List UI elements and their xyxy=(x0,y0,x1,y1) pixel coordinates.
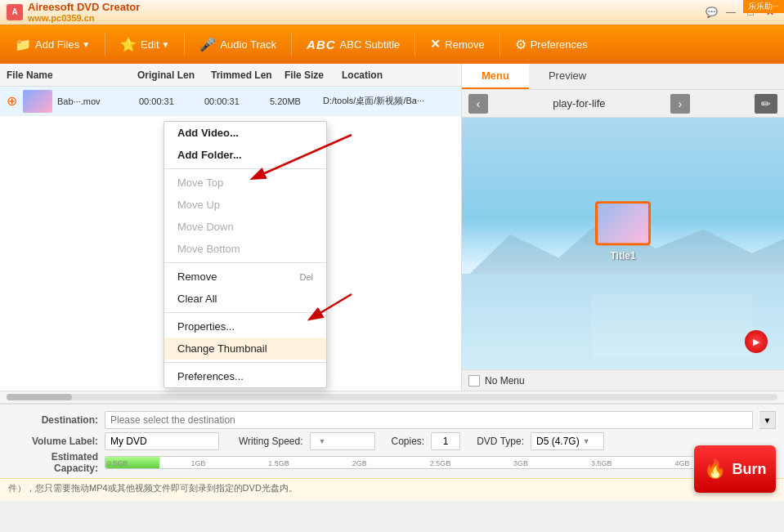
add-row-icon[interactable]: ⊕ xyxy=(7,93,23,109)
cm-properties-label: Properties... xyxy=(177,320,235,333)
main-area: File Name Original Len Trimmed Len File … xyxy=(0,64,784,391)
title-thumbnail-box[interactable] xyxy=(595,201,651,245)
capacity-label: Estimated Capacity: xyxy=(8,451,98,474)
subtitle-button[interactable]: ABC ABC Subtitle xyxy=(298,33,408,56)
writing-speed-arrow: ▼ xyxy=(319,437,326,445)
app-url: www.pc0359.cn xyxy=(28,13,140,23)
nav-current-name: play-for-life xyxy=(553,97,605,110)
volume-input[interactable] xyxy=(105,432,219,450)
remove-button[interactable]: ✕ Remove xyxy=(422,32,492,56)
dvd-type-arrow: ▼ xyxy=(583,437,590,445)
burn-icon: 🔥 xyxy=(704,458,726,480)
edit-button[interactable]: ⭐ Edit ▼ xyxy=(112,32,177,57)
cm-move-up: Move Up xyxy=(164,194,326,216)
edit-dropdown-arrow[interactable]: ▼ xyxy=(162,40,170,49)
no-menu-bar: No Menu xyxy=(462,369,784,391)
cm-move-bottom-label: Move Bottom xyxy=(177,243,240,255)
tab-menu[interactable]: Menu xyxy=(462,64,529,89)
title-bar: A Aireesoft DVD Creator www.pc0359.cn 💬 … xyxy=(0,0,784,25)
play-overlay-button[interactable]: ▶ xyxy=(745,330,768,353)
copies-label: Copies: xyxy=(392,436,425,447)
cm-sep-2 xyxy=(164,262,326,263)
cap-mark-4: 2.5GB xyxy=(430,459,451,467)
col-location: Location xyxy=(342,69,455,81)
table-row[interactable]: ⊕ Bab···.mov 00:00:31 00:00:31 5.20MB D:… xyxy=(0,87,461,116)
add-files-button[interactable]: 📁 Add Files ▼ xyxy=(7,32,98,57)
writing-speed-label: Writing Speed: xyxy=(239,436,303,447)
scroll-thumb[interactable] xyxy=(7,394,72,400)
col-file-name: File Name xyxy=(7,69,137,81)
boat-area xyxy=(591,294,752,357)
audio-icon: 🎤 xyxy=(199,37,216,52)
file-name-cell: Bab···.mov xyxy=(57,96,139,106)
app-name: Aireesoft DVD Creator xyxy=(28,1,140,13)
no-menu-checkbox[interactable] xyxy=(468,375,480,387)
cm-move-bottom: Move Bottom xyxy=(164,238,326,260)
scroll-area[interactable] xyxy=(0,391,784,404)
top-right-label: 乐乐助··· xyxy=(743,0,784,13)
scroll-track xyxy=(7,394,777,400)
add-files-label: Add Files xyxy=(35,38,79,51)
file-header: File Name Original Len Trimmed Len File … xyxy=(0,64,461,87)
toolbar-separator-1 xyxy=(105,33,105,56)
remove-icon: ✕ xyxy=(430,37,441,51)
cap-mark-0: 0.5GB xyxy=(107,459,128,467)
cap-mark-6: 3.5GB xyxy=(591,459,612,467)
destination-row: Destination: ▼ xyxy=(8,409,776,431)
add-files-dropdown-arrow[interactable]: ▼ xyxy=(82,40,90,49)
destination-dropdown-button[interactable]: ▼ xyxy=(759,411,776,429)
dvd-type-dropdown[interactable]: D5 (4.7G) ▼ xyxy=(531,432,604,450)
capacity-bar: 0.5GB 1GB 1.5GB 2GB 2.5GB 3GB 3.5GB 4GB … xyxy=(105,456,776,469)
location-cell: D:/tools/桌面/新视频/Ba··· xyxy=(323,95,455,107)
preferences-icon: ⚙ xyxy=(515,37,526,52)
menu-nav: ‹ play-for-life › ✏ xyxy=(462,90,784,118)
cm-move-top: Move Top xyxy=(164,172,326,194)
trimmed-len-cell: 00:00:31 xyxy=(204,96,270,106)
toolbar-separator-3 xyxy=(291,33,292,56)
thumbnail-inner xyxy=(598,203,648,243)
edit-label: Edit xyxy=(141,38,159,51)
cap-mark-1: 1GB xyxy=(190,459,205,467)
no-menu-label: No Menu xyxy=(485,375,525,387)
toolbar: 📁 Add Files ▼ ⭐ Edit ▼ 🎤 Audio Track ABC… xyxy=(0,25,784,64)
nav-prev-button[interactable]: ‹ xyxy=(468,94,488,114)
burn-label: Burn xyxy=(732,461,767,478)
col-trimmed-len: Trimmed Len xyxy=(211,69,284,81)
audio-track-button[interactable]: 🎤 Audio Track xyxy=(191,32,284,57)
copies-input[interactable] xyxy=(431,432,460,450)
feedback-button[interactable]: 💬 xyxy=(704,5,719,20)
thumbnail-image xyxy=(23,90,52,113)
preferences-button[interactable]: ⚙ Preferences xyxy=(507,32,596,57)
nav-next-button[interactable]: › xyxy=(670,94,690,114)
preview-tabs: Menu Preview xyxy=(462,64,784,90)
cm-clear-all[interactable]: Clear All xyxy=(164,288,326,310)
cm-remove-label: Remove xyxy=(177,270,217,283)
edit-icon: ⭐ xyxy=(120,37,137,52)
cm-properties[interactable]: Properties... xyxy=(164,315,326,338)
file-thumbnail xyxy=(23,90,52,113)
cm-move-down: Move Down xyxy=(164,216,326,238)
cm-add-video[interactable]: Add Video... xyxy=(164,122,326,144)
destination-label: Destination: xyxy=(8,414,98,426)
cm-sep-4 xyxy=(164,362,326,363)
cm-sep-3 xyxy=(164,312,326,313)
bottom-panel: Destination: ▼ Volume Label: Writing Spe… xyxy=(0,404,784,478)
writing-speed-dropdown[interactable]: ▼ xyxy=(310,432,375,450)
col-original-len: Original Len xyxy=(137,69,211,81)
audio-track-label: Audio Track xyxy=(220,38,276,51)
minimize-button[interactable]: — xyxy=(724,5,738,20)
cm-add-folder[interactable]: Add Folder... xyxy=(164,144,326,166)
cm-change-thumbnail[interactable]: Change Thumbnail xyxy=(164,338,326,360)
toolbar-separator-5 xyxy=(500,33,500,56)
destination-input[interactable] xyxy=(105,411,753,429)
cm-remove[interactable]: Remove Del xyxy=(164,266,326,288)
cm-change-thumbnail-label: Change Thumbnail xyxy=(177,342,267,355)
title-label: Title1 xyxy=(610,250,635,262)
logo-area: A Aireesoft DVD Creator www.pc0359.cn xyxy=(7,1,140,23)
cm-preferences[interactable]: Preferences... xyxy=(164,365,326,387)
nav-edit-button[interactable]: ✏ xyxy=(755,94,777,114)
cap-mark-3: 2GB xyxy=(352,459,367,467)
tab-preview[interactable]: Preview xyxy=(529,64,606,89)
cm-preferences-label: Preferences... xyxy=(177,370,244,382)
burn-button[interactable]: 🔥 Burn xyxy=(694,445,776,493)
